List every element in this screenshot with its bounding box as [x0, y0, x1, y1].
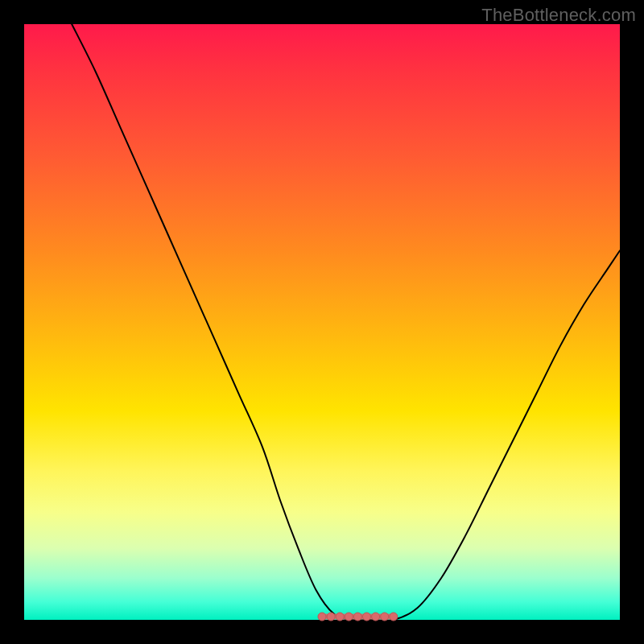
bottleneck-curve: [72, 24, 620, 621]
plot-area: [24, 24, 620, 620]
minimum-marker: [353, 613, 361, 621]
minimum-marker: [318, 613, 326, 621]
chart-svg: [24, 24, 620, 620]
chart-frame: TheBottleneck.com: [0, 0, 644, 644]
minimum-marker: [336, 613, 344, 621]
minimum-markers-group: [318, 613, 398, 621]
watermark-text: TheBottleneck.com: [481, 5, 636, 26]
minimum-marker: [363, 613, 371, 621]
minimum-marker: [390, 613, 398, 621]
minimum-marker: [381, 613, 389, 621]
minimum-marker: [372, 613, 380, 621]
minimum-marker: [345, 613, 353, 621]
minimum-marker: [327, 613, 335, 621]
